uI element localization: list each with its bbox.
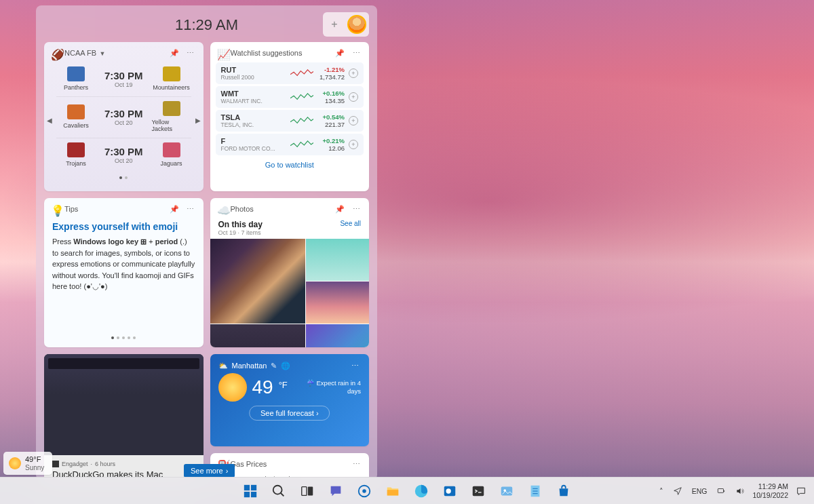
weather-widget[interactable]: ⛅ Manhattan ✎ 🌐 ⋯ 49 °F Expect rain in 4… <box>210 354 370 446</box>
file-explorer-button[interactable] <box>380 480 406 502</box>
tips-pager <box>44 332 204 343</box>
more-button[interactable]: ⋯ <box>350 203 362 215</box>
search-button[interactable] <box>266 480 292 502</box>
start-button[interactable] <box>237 480 263 502</box>
watchlist-item[interactable]: FFORD MOTOR CO...+0.21%12.06+ <box>216 134 364 155</box>
taskbar-clock[interactable]: 11:29 AM 10/19/2022 <box>752 482 788 499</box>
sports-pager <box>44 172 204 183</box>
taskbar-center <box>237 480 577 502</box>
widgets-grid: 🏈 NCAA FB ▼ 📌 ⋯ ◀ ▶ Panthers7:30 PMOct 1… <box>44 42 369 480</box>
chevron-down-icon[interactable]: ▼ <box>98 50 105 57</box>
team-home: Yellow Jackets <box>152 101 191 132</box>
chat-button[interactable] <box>323 480 349 502</box>
team-away: Cavaliers <box>56 104 96 129</box>
tips-body: Press Windows logo key ⊞ + period (.) to… <box>44 236 204 292</box>
svg-point-13 <box>446 488 451 493</box>
game-row[interactable]: Cavaliers7:30 PMOct 20Yellow Jackets <box>56 97 191 138</box>
more-button[interactable]: ⋯ <box>185 203 197 215</box>
news-image <box>44 354 204 455</box>
more-button[interactable]: ⋯ <box>350 458 362 470</box>
sparkline <box>290 90 313 104</box>
watchlist-title: Watchlist suggestions <box>231 49 330 57</box>
taskbar: ˄ ENG 11:29 AM 10/19/2022 <box>0 477 814 504</box>
stocks-icon: 📈 <box>217 48 227 58</box>
more-button[interactable]: ⋯ <box>349 360 361 372</box>
svg-point-4 <box>273 485 282 494</box>
widgets-panel: 11:29 AM + 🏈 NCAA FB ▼ 📌 ⋯ ◀ ▶ Panthers7… <box>36 5 377 480</box>
photos-app-button[interactable] <box>494 480 520 502</box>
location-icon[interactable] <box>671 485 684 497</box>
team-away: Panthers <box>56 66 96 91</box>
gas-title: Gas Prices <box>231 460 347 468</box>
photos-headline: On this day <box>218 220 263 229</box>
team-home: Jaguars <box>152 142 191 167</box>
svg-rect-2 <box>244 491 250 497</box>
add-ticker-button[interactable]: + <box>349 92 358 102</box>
notifications-button[interactable] <box>794 484 809 498</box>
sun-icon <box>218 373 247 402</box>
settings-button[interactable] <box>351 480 377 502</box>
sports-icon: 🏈 <box>51 48 60 58</box>
pin-button[interactable]: 📌 <box>168 203 180 215</box>
right-column-2: ⛅ Manhattan ✎ 🌐 ⋯ 49 °F Expect rain in 4… <box>210 354 370 480</box>
task-view-button[interactable] <box>294 480 320 502</box>
add-ticker-button[interactable]: + <box>349 116 358 125</box>
pin-button[interactable]: 📌 <box>334 203 346 215</box>
edit-icon[interactable]: ✎ <box>271 362 277 370</box>
svg-rect-1 <box>251 484 256 490</box>
add-ticker-button[interactable]: + <box>349 69 358 78</box>
sparkline <box>290 138 313 151</box>
go-to-watchlist-link[interactable]: Go to watchlist <box>210 155 370 174</box>
user-avatar[interactable] <box>347 15 366 34</box>
network-icon[interactable] <box>714 485 728 497</box>
photo-thumbnail[interactable] <box>210 324 305 347</box>
tips-icon: 💡 <box>51 204 60 214</box>
game-row[interactable]: Panthers7:30 PMOct 19Mountaineers <box>56 62 191 97</box>
add-ticker-button[interactable]: + <box>349 140 358 149</box>
svg-rect-3 <box>251 491 256 497</box>
widgets-header: 11:29 AM + <box>44 12 369 38</box>
see-more-button[interactable]: See more › <box>184 464 235 478</box>
watchlist-item[interactable]: TSLATESLA, INC.+0.54%221.37+ <box>216 110 364 132</box>
photo-thumbnail[interactable] <box>210 239 305 324</box>
tray-chevron[interactable]: ˄ <box>657 486 665 497</box>
photos-icon: ☁️ <box>217 204 227 214</box>
svg-point-9 <box>362 489 366 493</box>
svg-rect-14 <box>473 486 484 496</box>
photos-widget[interactable]: ☁️ Photos 📌 ⋯ On this day Oct 19 · 7 ite… <box>210 198 370 347</box>
watchlist-item[interactable]: WMTWALMART INC.+0.16%134.35+ <box>216 86 364 108</box>
sports-prev[interactable]: ◀ <box>47 117 52 124</box>
see-full-forecast-link[interactable]: See full forecast › <box>249 406 330 421</box>
watchlist-widget[interactable]: 📈 Watchlist suggestions 📌 ⋯ RUTRussell 2… <box>210 42 370 191</box>
pin-button[interactable]: 📌 <box>334 47 346 59</box>
terminal-button[interactable] <box>465 480 491 502</box>
partly-cloudy-icon: ⛅ <box>218 362 228 370</box>
game-row[interactable]: Trojans7:30 PMOct 20Jaguars <box>56 138 191 172</box>
desktop-temp: 49°F <box>25 455 44 464</box>
globe-icon[interactable]: 🌐 <box>281 362 290 370</box>
store-button[interactable] <box>551 480 577 502</box>
tips-widget-title: Tips <box>64 205 164 213</box>
language-indicator[interactable]: ENG <box>690 486 710 497</box>
more-button[interactable]: ⋯ <box>185 47 197 59</box>
svg-rect-10 <box>387 490 399 495</box>
desktop-weather-pill[interactable]: 49°F Sunny <box>3 452 52 475</box>
notepad-button[interactable] <box>522 480 548 502</box>
photo-thumbnail[interactable] <box>306 324 369 347</box>
edge-button[interactable] <box>408 480 434 502</box>
add-widget-button[interactable]: + <box>326 16 343 33</box>
more-button[interactable]: ⋯ <box>350 47 362 59</box>
outlook-button[interactable] <box>437 480 463 502</box>
photo-thumbnail[interactable] <box>306 239 369 281</box>
watchlist-item[interactable]: RUTRussell 2000-1.21%1,734.72+ <box>216 62 364 84</box>
sports-widget[interactable]: 🏈 NCAA FB ▼ 📌 ⋯ ◀ ▶ Panthers7:30 PMOct 1… <box>44 42 204 191</box>
tips-widget[interactable]: 💡 Tips 📌 ⋯ Express yourself with emoji P… <box>44 198 204 347</box>
see-all-link[interactable]: See all <box>340 220 361 236</box>
engadget-icon <box>52 461 59 467</box>
news-card[interactable]: Engadget · 6 hours DuckDuckGo makes its … <box>44 354 204 480</box>
photo-thumbnail[interactable] <box>306 282 369 324</box>
volume-icon[interactable] <box>733 485 747 497</box>
team-home: Mountaineers <box>152 66 191 91</box>
sports-next[interactable]: ▶ <box>195 117 201 124</box>
pin-button[interactable]: 📌 <box>168 47 180 59</box>
